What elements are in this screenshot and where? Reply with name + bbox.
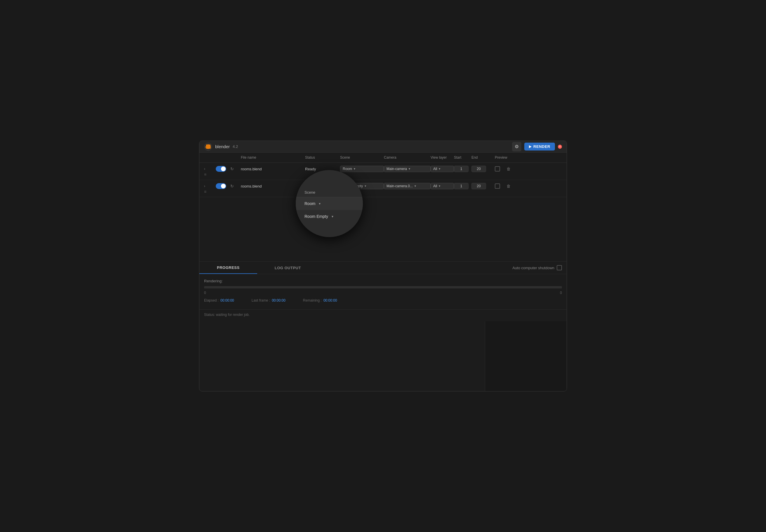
progress-start: 0: [204, 291, 206, 295]
scene-option-room-label: Room: [305, 201, 315, 206]
camera-dropdown-1[interactable]: Main-camera ▼: [384, 166, 431, 172]
remaining-value: 00:00:00: [324, 298, 337, 302]
app-name: blender: [215, 144, 230, 149]
start-input-1[interactable]: 1: [454, 166, 468, 172]
time-stats: Elapsed : 00:00:00 Last frame : 00:00:00…: [204, 298, 562, 302]
col-end: End: [471, 155, 495, 160]
camera-dropdown-arrow-1: ▼: [408, 167, 411, 170]
progress-numbers: 0 0: [204, 291, 562, 295]
progress-bar-container: [204, 286, 562, 288]
last-frame-value: 00:00:00: [272, 298, 286, 302]
tab-progress[interactable]: PROGRESS: [200, 262, 257, 274]
row-toggle-2[interactable]: [216, 183, 226, 189]
scene-option-room-arrow: ▼: [318, 202, 321, 205]
refresh-icon-2[interactable]: ↻: [230, 184, 241, 188]
scene-option-room-empty-label: Room Empty: [305, 214, 328, 219]
col-preview: Preview: [495, 155, 506, 160]
camera-dropdown-arrow-2: ▼: [414, 185, 417, 188]
col-scene: Scene: [340, 155, 384, 160]
render-button-label: RENDER: [533, 144, 550, 149]
progress-body: Rendering: 0 0 Elapsed : 00:00:00 Last f…: [200, 274, 566, 307]
elapsed-label: Elapsed :: [204, 298, 219, 302]
drag-handle-2[interactable]: ≡: [204, 189, 216, 194]
preview-checkbox-1[interactable]: [495, 166, 500, 171]
settings-button[interactable]: ⚙: [512, 142, 521, 151]
camera-value-2: Main-camera.0...: [386, 184, 413, 188]
viewlayer-value-2: All: [433, 184, 437, 188]
progress-end: 0: [560, 291, 562, 295]
delete-button-2[interactable]: 🗑: [506, 184, 518, 188]
camera-dropdown-2[interactable]: Main-camera.0... ▼: [384, 183, 431, 189]
start-input-2[interactable]: 1: [454, 183, 468, 189]
tab-log-output[interactable]: LOG OUTPUT: [257, 262, 319, 274]
table-header: File name Status Scene Camera View layer…: [200, 153, 566, 163]
title-bar-left: 🅱 blender 4.2: [204, 143, 238, 151]
scene-option-room-empty[interactable]: Room Empty ▼: [296, 210, 363, 223]
camera-value-1: Main-camera: [386, 167, 407, 171]
blender-logo-icon: 🅱: [204, 143, 212, 151]
title-bar: 🅱 blender 4.2 ⚙ RENDER ×: [200, 141, 566, 153]
content-spacer: [200, 197, 566, 255]
refresh-icon[interactable]: ↻: [230, 167, 241, 171]
viewlayer-dropdown-1[interactable]: All ▼: [431, 166, 454, 172]
preview-area: [485, 321, 566, 391]
auto-shutdown-label: Auto computer shutdown: [512, 266, 554, 270]
table-row: › ↻ rooms.blend Ready Room ▼ Main-camera…: [200, 163, 566, 180]
end-input-1[interactable]: 20: [471, 166, 486, 172]
title-bar-right: ⚙ RENDER ×: [512, 142, 562, 151]
svg-point-3: [207, 146, 209, 148]
remaining-stat: Remaining : 00:00:00: [303, 298, 337, 302]
status-bar: Status: waiting for render job.: [200, 309, 566, 320]
play-icon: [529, 145, 531, 148]
col-delete: [506, 155, 518, 160]
row-toggle-1[interactable]: [216, 166, 226, 172]
scene-option-room-empty-arrow: ▼: [331, 215, 334, 218]
progress-tab-bar: PROGRESS LOG OUTPUT Auto computer shutdo…: [200, 262, 566, 274]
scene-dropdown-arrow-2: ▼: [364, 185, 367, 188]
drag-handle-1[interactable]: ≡: [204, 172, 216, 177]
viewlayer-dropdown-arrow-2: ▼: [438, 185, 441, 188]
end-input-2[interactable]: 20: [471, 183, 486, 189]
col-start: Start: [454, 155, 471, 160]
auto-shutdown-container: Auto computer shutdown: [508, 262, 566, 274]
last-frame-stat: Last frame : 00:00:00: [252, 298, 286, 302]
col-status: Status: [305, 155, 340, 160]
scene-option-room[interactable]: Room ▼: [296, 197, 363, 210]
viewlayer-dropdown-arrow-1: ▼: [438, 167, 441, 170]
expand-icon-2[interactable]: ›: [204, 184, 216, 188]
render-button[interactable]: RENDER: [524, 143, 555, 151]
col-expand: [204, 155, 216, 160]
viewlayer-dropdown-2[interactable]: All ▼: [431, 183, 454, 189]
app-window: 🅱 blender 4.2 ⚙ RENDER ×: [199, 141, 567, 391]
elapsed-stat: Elapsed : 00:00:00: [204, 298, 234, 302]
last-frame-label: Last frame :: [252, 298, 270, 302]
remaining-label: Remaining :: [303, 298, 322, 302]
col-refresh: [230, 155, 241, 160]
scene-popup: Scene Room ▼ Room Empty ▼: [296, 170, 363, 237]
auto-shutdown-checkbox[interactable]: [557, 265, 562, 270]
elapsed-value: 00:00:00: [221, 298, 234, 302]
app-version: 4.2: [233, 144, 238, 149]
filename-2: rooms.blend: [241, 184, 305, 188]
col-camera: Camera: [384, 155, 431, 160]
viewlayer-value-1: All: [433, 167, 437, 171]
expand-icon[interactable]: ›: [204, 167, 216, 171]
col-filename: File name: [241, 155, 305, 160]
close-button[interactable]: ×: [558, 145, 562, 149]
rendering-label: Rendering:: [204, 279, 562, 283]
filename-1: rooms.blend: [241, 167, 305, 171]
delete-button-1[interactable]: 🗑: [506, 167, 518, 171]
col-viewlayer: View layer: [431, 155, 454, 160]
scene-popup-header: Scene: [296, 184, 363, 197]
preview-checkbox-2[interactable]: [495, 183, 500, 189]
progress-section: PROGRESS LOG OUTPUT Auto computer shutdo…: [200, 261, 566, 320]
scene-popup-overlay: Scene Room ▼ Room Empty ▼: [296, 170, 363, 237]
table-row: › ↻ rooms.blend Ready Room Empty ▼ Main-…: [200, 180, 566, 197]
col-toggle: [216, 155, 230, 160]
